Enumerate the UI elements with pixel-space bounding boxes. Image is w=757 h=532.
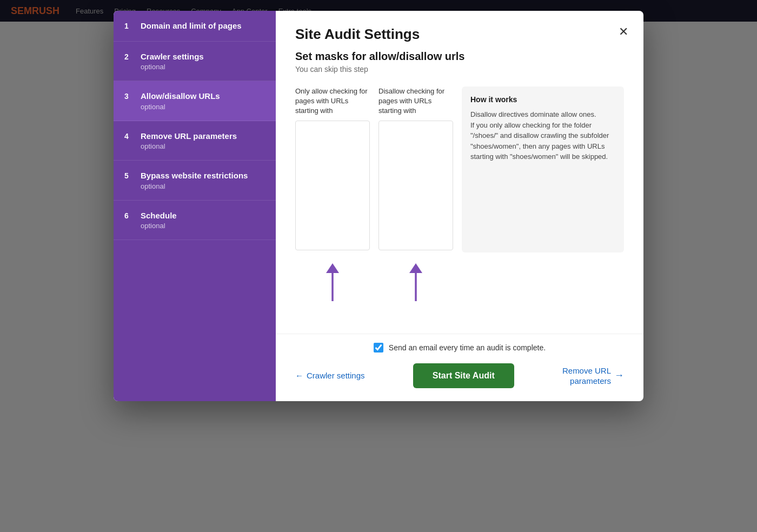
disallow-arrow-icon: [405, 263, 427, 307]
sidebar-item-sublabel-6: optional: [141, 222, 177, 230]
email-checkbox[interactable]: [374, 343, 383, 353]
sidebar-item-sublabel-4: optional: [141, 142, 237, 150]
email-row: Send an email every time an audit is com…: [295, 343, 624, 353]
next-label-container: Remove URL parameters: [562, 366, 611, 385]
modal-overlay: 1 Domain and limit of pages 2 Crawler se…: [0, 0, 757, 532]
email-label: Send an email every time an audit is com…: [389, 343, 546, 352]
sidebar-item-remove-url[interactable]: 4 Remove URL parameters optional: [114, 121, 276, 161]
back-button[interactable]: ← Crawler settings: [295, 371, 365, 380]
sidebar-item-schedule[interactable]: 6 Schedule optional: [114, 201, 276, 241]
allow-arrow-container: [295, 263, 370, 307]
next-label-line2: parameters: [570, 376, 611, 385]
url-columns: Only allow checking for pages with URLs …: [295, 87, 624, 252]
sidebar-item-label-4: Remove URL parameters: [141, 131, 237, 142]
sidebar-item-number-3: 3: [124, 92, 133, 101]
sidebar-item-content-5: Bypass website restrictions optional: [141, 170, 248, 190]
sidebar-item-number-4: 4: [124, 132, 133, 141]
how-it-works-text: Disallow directives dominate allow ones.…: [470, 109, 615, 162]
footer-nav: ← Crawler settings Start Site Audit Remo…: [295, 363, 624, 388]
next-arrow-icon: →: [614, 370, 624, 381]
sidebar-item-allow-disallow[interactable]: 3 Allow/disallow URLs optional: [114, 81, 276, 121]
next-label-line1: Remove URL: [562, 366, 611, 375]
svg-marker-1: [326, 263, 339, 273]
sidebar-item-sublabel-3: optional: [141, 103, 220, 111]
svg-marker-3: [409, 263, 422, 273]
sidebar-item-content-1: Domain and limit of pages: [141, 21, 242, 31]
modal-content: Only allow checking for pages with URLs …: [276, 87, 643, 334]
how-it-works-panel: How it works Disallow directives dominat…: [462, 87, 624, 252]
arrow-placeholder: [462, 263, 624, 307]
modal-subtitle: Set masks for allow/disallow urls: [295, 50, 624, 63]
sidebar-item-sublabel-2: optional: [141, 63, 204, 71]
modal: 1 Domain and limit of pages 2 Crawler se…: [114, 11, 643, 401]
next-button[interactable]: Remove URL parameters →: [562, 366, 624, 385]
sidebar-item-crawler[interactable]: 2 Crawler settings optional: [114, 42, 276, 82]
disallow-arrow-container: [378, 263, 453, 307]
sidebar-item-number-1: 1: [124, 22, 133, 30]
sidebar-item-content-4: Remove URL parameters optional: [141, 131, 237, 151]
sidebar-item-bypass[interactable]: 5 Bypass website restrictions optional: [114, 161, 276, 201]
arrow-row: [295, 263, 624, 307]
sidebar-item-label-2: Crawler settings: [141, 51, 204, 62]
sidebar-item-content-3: Allow/disallow URLs optional: [141, 91, 220, 111]
modal-title: Site Audit Settings: [295, 26, 624, 43]
back-label: Crawler settings: [307, 371, 365, 380]
sidebar-item-content-2: Crawler settings optional: [141, 51, 204, 71]
disallow-column: Disallow checking for pages with URLs st…: [378, 87, 453, 252]
sidebar-item-number-6: 6: [124, 211, 133, 220]
sidebar: 1 Domain and limit of pages 2 Crawler se…: [114, 11, 276, 401]
disallow-textarea[interactable]: [378, 121, 453, 250]
sidebar-item-label-1: Domain and limit of pages: [141, 21, 242, 31]
modal-main: Site Audit Settings ✕ Set masks for allo…: [276, 11, 643, 401]
sidebar-item-domain[interactable]: 1 Domain and limit of pages: [114, 11, 276, 42]
allow-arrow-icon: [322, 263, 343, 307]
start-audit-button[interactable]: Start Site Audit: [413, 363, 514, 388]
allow-column: Only allow checking for pages with URLs …: [295, 87, 370, 252]
back-arrow-icon: ←: [295, 371, 303, 380]
sidebar-item-number-5: 5: [124, 171, 133, 180]
allow-textarea[interactable]: [295, 121, 370, 250]
sidebar-item-content-6: Schedule optional: [141, 210, 177, 230]
modal-footer: Send an email every time an audit is com…: [276, 334, 643, 401]
sidebar-item-number-2: 2: [124, 52, 133, 61]
modal-header: Site Audit Settings ✕ Set masks for allo…: [276, 11, 643, 87]
sidebar-item-sublabel-5: optional: [141, 182, 248, 190]
close-button[interactable]: ✕: [616, 24, 630, 40]
disallow-label: Disallow checking for pages with URLs st…: [378, 87, 453, 116]
sidebar-item-label-6: Schedule: [141, 210, 177, 221]
how-it-works-title: How it works: [470, 95, 615, 104]
modal-hint: You can skip this step: [295, 65, 624, 74]
sidebar-item-label-3: Allow/disallow URLs: [141, 91, 220, 102]
sidebar-item-label-5: Bypass website restrictions: [141, 170, 248, 181]
allow-label: Only allow checking for pages with URLs …: [295, 87, 370, 116]
